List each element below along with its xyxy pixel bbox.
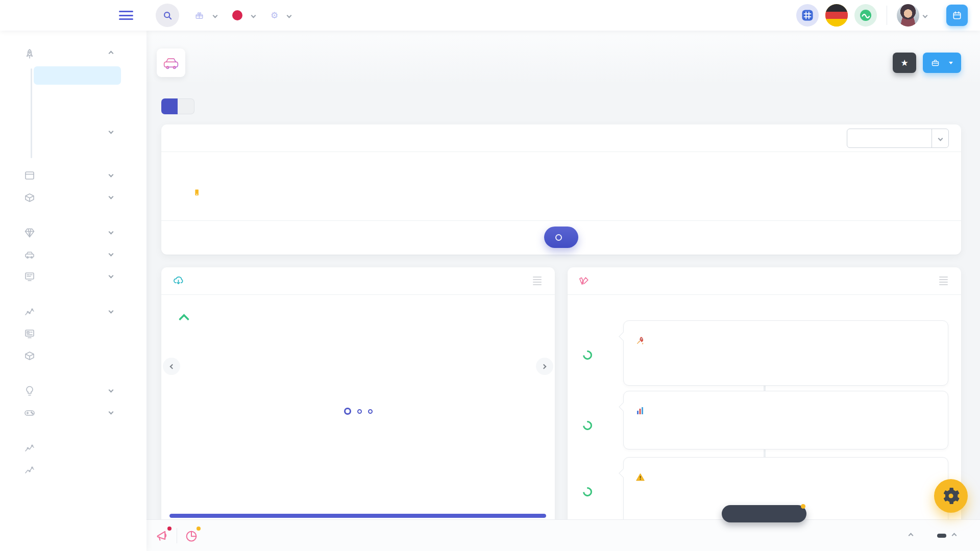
carousel-prev-button[interactable] (163, 358, 180, 375)
carousel-dot-3[interactable] (368, 409, 373, 414)
grid-apps-button[interactable] (796, 4, 819, 27)
tab-variation-2[interactable] (178, 98, 194, 114)
sidebar-subitem-analytics[interactable] (34, 66, 121, 85)
app-root: ⚙ (0, 0, 980, 551)
portfolio-select[interactable] (847, 129, 949, 148)
gamepad-icon (23, 407, 36, 419)
sidebar-item-tables[interactable] (0, 265, 121, 287)
calendar-button[interactable] (946, 5, 968, 26)
rocket-icon (23, 48, 36, 60)
sidebar-subitem-sales[interactable] (34, 104, 121, 122)
grid-menu-toggle[interactable] (931, 534, 956, 538)
sidebar-item-chartjs[interactable] (0, 437, 121, 459)
view-all-messages-button[interactable] (722, 505, 806, 522)
megaphone-button[interactable] (153, 527, 172, 545)
page-titlebar: ★ (146, 31, 980, 85)
technical-support-card (161, 267, 555, 527)
chevron-down-icon (109, 194, 114, 199)
sidebar-item-elements[interactable] (0, 221, 121, 243)
portfolio-stats (161, 152, 961, 220)
sidebar-item-content-boxes[interactable] (0, 344, 121, 366)
title-actions: ★ (893, 53, 961, 73)
sidebar-item-profile-boxes[interactable] (0, 322, 121, 344)
search-icon (162, 10, 173, 21)
chart-line-icon (23, 464, 36, 476)
cards-row (161, 267, 961, 527)
warning-emoji-icon (636, 473, 645, 482)
green-status-icon (859, 9, 872, 22)
chevron-down-icon (109, 273, 114, 278)
gear-icon: ⚙ (271, 11, 278, 20)
pie-chart-button[interactable] (182, 527, 201, 545)
chevron-down-icon (109, 172, 114, 177)
sidebar-subitem-crm[interactable] (34, 142, 121, 160)
sidebar-item-apex-charts[interactable] (0, 459, 121, 481)
timeline-entry (623, 320, 948, 386)
gift-icon (194, 11, 204, 20)
hamburger-menu-icon[interactable] (119, 10, 133, 21)
sales-progress-bar (169, 514, 546, 518)
calendar-icon (952, 10, 962, 20)
carousel-next-button[interactable] (536, 358, 553, 375)
accounts-stat (180, 313, 555, 321)
germany-flag-icon[interactable] (825, 4, 848, 27)
sidebar-item-widgets[interactable] (0, 402, 121, 423)
view-complete-report-button[interactable] (544, 227, 578, 248)
star-button[interactable]: ★ (893, 53, 916, 73)
table-icon (23, 270, 36, 283)
notification-dot (197, 527, 201, 531)
grid-icon (801, 9, 814, 21)
app-header: ⚙ (0, 0, 980, 31)
entry-title-row (636, 473, 938, 482)
chevron-down-icon (109, 229, 114, 234)
chevron-up-icon (109, 51, 114, 56)
search-button[interactable] (156, 4, 179, 27)
timeline-card (568, 267, 961, 527)
sidebar-subitem-minimal[interactable] (34, 123, 121, 141)
browser-icon (23, 169, 36, 182)
chevron-right-icon (542, 364, 547, 369)
stat-capital-gains (689, 165, 949, 207)
header-divider (887, 6, 887, 25)
user-menu[interactable] (897, 4, 927, 27)
app-footer (146, 520, 980, 551)
nav-projects[interactable]: ⚙ (271, 11, 291, 20)
carousel-dots (161, 408, 555, 415)
timeline-dot-yellow (581, 419, 594, 432)
card-menu-icon[interactable] (937, 274, 950, 288)
entry-title-row (636, 336, 938, 345)
chevron-down-icon (213, 13, 218, 18)
buttons-dropdown[interactable] (923, 53, 961, 73)
tab-variation-1[interactable] (161, 98, 178, 114)
sidebar-item-chart-boxes[interactable] (0, 300, 121, 322)
sidebar-item-components[interactable] (0, 243, 121, 265)
sidebar-item-form-elements[interactable] (0, 380, 121, 402)
ring-icon (555, 234, 562, 241)
timeline-header (568, 267, 961, 295)
nav-mega-menu[interactable] (194, 11, 217, 20)
building-icon (697, 174, 730, 207)
chevron-up-icon (909, 533, 914, 538)
chevron-down-icon (109, 409, 114, 414)
sidebar-subitem-commerce[interactable] (34, 85, 121, 104)
entry-title-row (636, 407, 938, 415)
gear-icon (942, 487, 960, 505)
header-right (796, 4, 980, 27)
timeline-entry (623, 391, 948, 449)
sidebar-item-applications[interactable] (0, 186, 121, 208)
footer-menu-toggle[interactable] (903, 534, 913, 537)
status-button[interactable] (854, 4, 877, 27)
variation-tabs (161, 98, 194, 114)
card-menu-icon[interactable] (531, 274, 544, 288)
sidebar-item-dashboards[interactable] (0, 43, 121, 65)
chart-line-icon (23, 442, 36, 454)
chevron-left-icon (170, 364, 175, 369)
briefcase-icon (931, 59, 940, 67)
chevron-down-icon (923, 13, 928, 18)
rocket-emoji-icon (636, 336, 645, 345)
settings-fab-button[interactable] (934, 479, 968, 513)
sidebar-item-pages[interactable] (0, 164, 121, 186)
carousel-dot-2[interactable] (357, 409, 362, 414)
nav-settings[interactable] (232, 10, 255, 20)
carousel-dot-1[interactable] (344, 408, 351, 415)
